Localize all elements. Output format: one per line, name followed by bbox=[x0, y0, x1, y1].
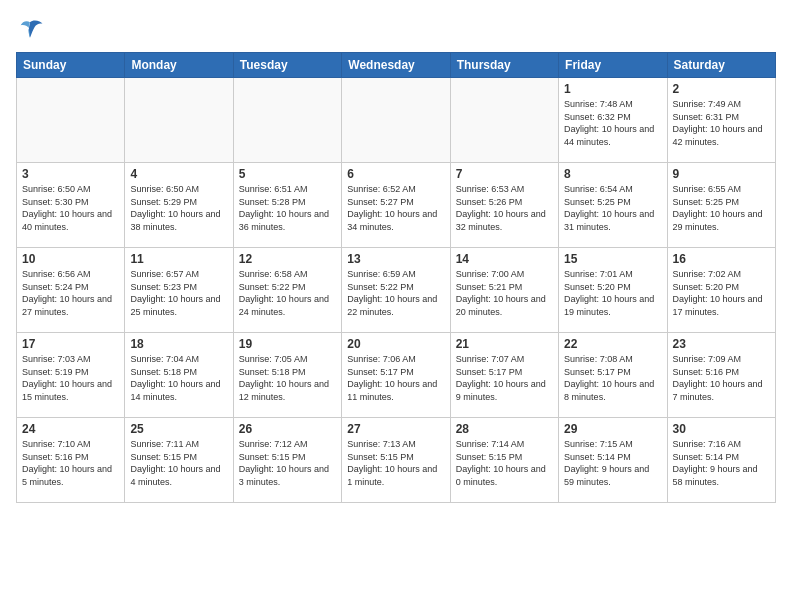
calendar-cell: 20Sunrise: 7:06 AM Sunset: 5:17 PM Dayli… bbox=[342, 333, 450, 418]
day-number: 8 bbox=[564, 167, 661, 181]
weekday-header-friday: Friday bbox=[559, 53, 667, 78]
week-row-4: 17Sunrise: 7:03 AM Sunset: 5:19 PM Dayli… bbox=[17, 333, 776, 418]
calendar-cell: 12Sunrise: 6:58 AM Sunset: 5:22 PM Dayli… bbox=[233, 248, 341, 333]
day-number: 1 bbox=[564, 82, 661, 96]
week-row-3: 10Sunrise: 6:56 AM Sunset: 5:24 PM Dayli… bbox=[17, 248, 776, 333]
calendar-cell bbox=[342, 78, 450, 163]
logo-icon bbox=[16, 16, 44, 44]
calendar-cell: 25Sunrise: 7:11 AM Sunset: 5:15 PM Dayli… bbox=[125, 418, 233, 503]
day-number: 24 bbox=[22, 422, 119, 436]
day-number: 9 bbox=[673, 167, 770, 181]
calendar-cell: 13Sunrise: 6:59 AM Sunset: 5:22 PM Dayli… bbox=[342, 248, 450, 333]
calendar-cell bbox=[233, 78, 341, 163]
day-number: 29 bbox=[564, 422, 661, 436]
calendar-cell: 28Sunrise: 7:14 AM Sunset: 5:15 PM Dayli… bbox=[450, 418, 558, 503]
calendar-cell: 5Sunrise: 6:51 AM Sunset: 5:28 PM Daylig… bbox=[233, 163, 341, 248]
day-number: 23 bbox=[673, 337, 770, 351]
calendar-cell: 24Sunrise: 7:10 AM Sunset: 5:16 PM Dayli… bbox=[17, 418, 125, 503]
calendar-cell: 11Sunrise: 6:57 AM Sunset: 5:23 PM Dayli… bbox=[125, 248, 233, 333]
day-number: 17 bbox=[22, 337, 119, 351]
week-row-1: 1Sunrise: 7:48 AM Sunset: 6:32 PM Daylig… bbox=[17, 78, 776, 163]
day-number: 21 bbox=[456, 337, 553, 351]
day-number: 28 bbox=[456, 422, 553, 436]
day-number: 18 bbox=[130, 337, 227, 351]
calendar-cell: 17Sunrise: 7:03 AM Sunset: 5:19 PM Dayli… bbox=[17, 333, 125, 418]
day-number: 15 bbox=[564, 252, 661, 266]
calendar-cell: 2Sunrise: 7:49 AM Sunset: 6:31 PM Daylig… bbox=[667, 78, 775, 163]
weekday-header-tuesday: Tuesday bbox=[233, 53, 341, 78]
day-number: 6 bbox=[347, 167, 444, 181]
logo bbox=[16, 16, 48, 44]
day-number: 12 bbox=[239, 252, 336, 266]
weekday-header-thursday: Thursday bbox=[450, 53, 558, 78]
day-info: Sunrise: 7:49 AM Sunset: 6:31 PM Dayligh… bbox=[673, 98, 770, 148]
day-number: 13 bbox=[347, 252, 444, 266]
day-number: 19 bbox=[239, 337, 336, 351]
calendar-cell bbox=[125, 78, 233, 163]
calendar-cell: 26Sunrise: 7:12 AM Sunset: 5:15 PM Dayli… bbox=[233, 418, 341, 503]
week-row-5: 24Sunrise: 7:10 AM Sunset: 5:16 PM Dayli… bbox=[17, 418, 776, 503]
calendar-cell: 15Sunrise: 7:01 AM Sunset: 5:20 PM Dayli… bbox=[559, 248, 667, 333]
calendar-cell: 10Sunrise: 6:56 AM Sunset: 5:24 PM Dayli… bbox=[17, 248, 125, 333]
weekday-header-row: SundayMondayTuesdayWednesdayThursdayFrid… bbox=[17, 53, 776, 78]
day-number: 14 bbox=[456, 252, 553, 266]
day-number: 7 bbox=[456, 167, 553, 181]
day-info: Sunrise: 7:05 AM Sunset: 5:18 PM Dayligh… bbox=[239, 353, 336, 403]
calendar-cell: 29Sunrise: 7:15 AM Sunset: 5:14 PM Dayli… bbox=[559, 418, 667, 503]
weekday-header-monday: Monday bbox=[125, 53, 233, 78]
calendar-cell: 30Sunrise: 7:16 AM Sunset: 5:14 PM Dayli… bbox=[667, 418, 775, 503]
calendar: SundayMondayTuesdayWednesdayThursdayFrid… bbox=[16, 52, 776, 503]
calendar-cell: 27Sunrise: 7:13 AM Sunset: 5:15 PM Dayli… bbox=[342, 418, 450, 503]
calendar-cell: 8Sunrise: 6:54 AM Sunset: 5:25 PM Daylig… bbox=[559, 163, 667, 248]
day-info: Sunrise: 6:50 AM Sunset: 5:29 PM Dayligh… bbox=[130, 183, 227, 233]
weekday-header-wednesday: Wednesday bbox=[342, 53, 450, 78]
calendar-cell: 14Sunrise: 7:00 AM Sunset: 5:21 PM Dayli… bbox=[450, 248, 558, 333]
day-number: 20 bbox=[347, 337, 444, 351]
calendar-cell bbox=[17, 78, 125, 163]
day-number: 2 bbox=[673, 82, 770, 96]
calendar-cell: 21Sunrise: 7:07 AM Sunset: 5:17 PM Dayli… bbox=[450, 333, 558, 418]
calendar-cell: 18Sunrise: 7:04 AM Sunset: 5:18 PM Dayli… bbox=[125, 333, 233, 418]
day-info: Sunrise: 7:06 AM Sunset: 5:17 PM Dayligh… bbox=[347, 353, 444, 403]
day-number: 4 bbox=[130, 167, 227, 181]
day-info: Sunrise: 6:50 AM Sunset: 5:30 PM Dayligh… bbox=[22, 183, 119, 233]
calendar-cell: 6Sunrise: 6:52 AM Sunset: 5:27 PM Daylig… bbox=[342, 163, 450, 248]
day-info: Sunrise: 7:13 AM Sunset: 5:15 PM Dayligh… bbox=[347, 438, 444, 488]
day-number: 3 bbox=[22, 167, 119, 181]
day-info: Sunrise: 7:09 AM Sunset: 5:16 PM Dayligh… bbox=[673, 353, 770, 403]
day-info: Sunrise: 7:10 AM Sunset: 5:16 PM Dayligh… bbox=[22, 438, 119, 488]
calendar-cell: 19Sunrise: 7:05 AM Sunset: 5:18 PM Dayli… bbox=[233, 333, 341, 418]
weekday-header-sunday: Sunday bbox=[17, 53, 125, 78]
calendar-cell: 3Sunrise: 6:50 AM Sunset: 5:30 PM Daylig… bbox=[17, 163, 125, 248]
day-info: Sunrise: 6:59 AM Sunset: 5:22 PM Dayligh… bbox=[347, 268, 444, 318]
calendar-cell bbox=[450, 78, 558, 163]
day-number: 26 bbox=[239, 422, 336, 436]
day-info: Sunrise: 7:08 AM Sunset: 5:17 PM Dayligh… bbox=[564, 353, 661, 403]
day-number: 30 bbox=[673, 422, 770, 436]
day-info: Sunrise: 7:03 AM Sunset: 5:19 PM Dayligh… bbox=[22, 353, 119, 403]
day-number: 27 bbox=[347, 422, 444, 436]
day-info: Sunrise: 7:12 AM Sunset: 5:15 PM Dayligh… bbox=[239, 438, 336, 488]
day-number: 25 bbox=[130, 422, 227, 436]
day-info: Sunrise: 6:53 AM Sunset: 5:26 PM Dayligh… bbox=[456, 183, 553, 233]
day-info: Sunrise: 7:01 AM Sunset: 5:20 PM Dayligh… bbox=[564, 268, 661, 318]
calendar-cell: 4Sunrise: 6:50 AM Sunset: 5:29 PM Daylig… bbox=[125, 163, 233, 248]
day-info: Sunrise: 7:48 AM Sunset: 6:32 PM Dayligh… bbox=[564, 98, 661, 148]
day-info: Sunrise: 7:02 AM Sunset: 5:20 PM Dayligh… bbox=[673, 268, 770, 318]
calendar-cell: 16Sunrise: 7:02 AM Sunset: 5:20 PM Dayli… bbox=[667, 248, 775, 333]
day-info: Sunrise: 6:54 AM Sunset: 5:25 PM Dayligh… bbox=[564, 183, 661, 233]
day-info: Sunrise: 7:15 AM Sunset: 5:14 PM Dayligh… bbox=[564, 438, 661, 488]
header bbox=[16, 16, 776, 44]
calendar-cell: 23Sunrise: 7:09 AM Sunset: 5:16 PM Dayli… bbox=[667, 333, 775, 418]
day-number: 11 bbox=[130, 252, 227, 266]
day-info: Sunrise: 7:14 AM Sunset: 5:15 PM Dayligh… bbox=[456, 438, 553, 488]
weekday-header-saturday: Saturday bbox=[667, 53, 775, 78]
day-number: 5 bbox=[239, 167, 336, 181]
week-row-2: 3Sunrise: 6:50 AM Sunset: 5:30 PM Daylig… bbox=[17, 163, 776, 248]
day-info: Sunrise: 7:16 AM Sunset: 5:14 PM Dayligh… bbox=[673, 438, 770, 488]
day-info: Sunrise: 7:11 AM Sunset: 5:15 PM Dayligh… bbox=[130, 438, 227, 488]
day-info: Sunrise: 6:57 AM Sunset: 5:23 PM Dayligh… bbox=[130, 268, 227, 318]
day-info: Sunrise: 7:07 AM Sunset: 5:17 PM Dayligh… bbox=[456, 353, 553, 403]
day-info: Sunrise: 7:00 AM Sunset: 5:21 PM Dayligh… bbox=[456, 268, 553, 318]
day-number: 10 bbox=[22, 252, 119, 266]
